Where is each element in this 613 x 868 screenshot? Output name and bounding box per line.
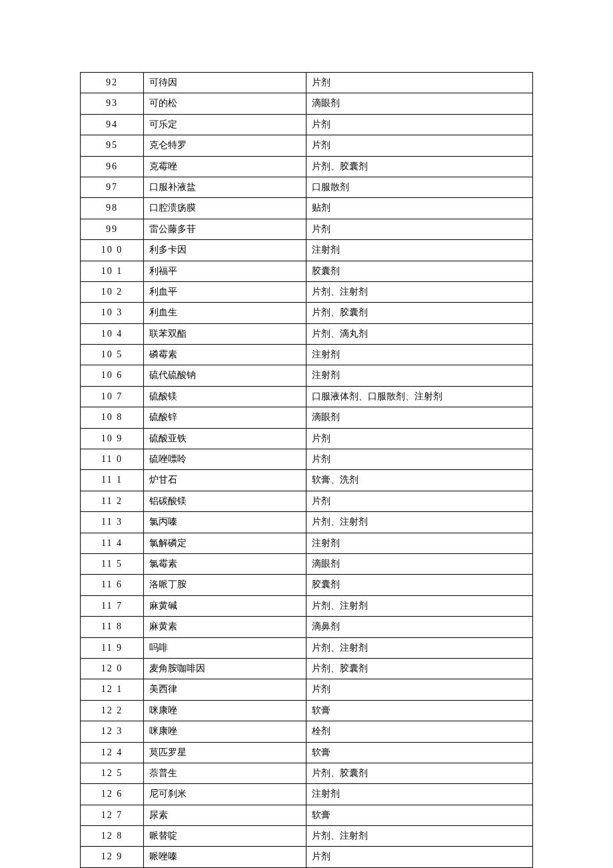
cell-drug-name: 口腔溃疡膜: [144, 198, 306, 219]
table-row: 12 7尿素软膏: [81, 805, 533, 825]
cell-drug-name: 尿素: [144, 805, 306, 825]
cell-number: 12 5: [81, 763, 144, 783]
cell-drug-name: 利多卡因: [144, 240, 306, 261]
table-row: 95克仑特罗片剂: [81, 135, 533, 156]
table-row: 12 6尼可刹米注射剂: [81, 784, 533, 805]
table-row: 98口腔溃疡膜贴剂: [81, 198, 533, 219]
table-row: 12 9哌唑嗪片剂: [81, 847, 533, 867]
cell-drug-name: 雷公藤多苷: [144, 219, 306, 239]
cell-number: 11 1: [81, 470, 144, 491]
table-row: 93可的松滴眼剂: [81, 93, 533, 114]
cell-drug-name: 哌替啶: [144, 826, 306, 847]
cell-dosage-form: 注射剂: [306, 533, 533, 553]
table-row: 10 3利血生片剂、胶囊剂: [81, 303, 533, 323]
table-row: 11 8麻黄素滴鼻剂: [81, 617, 533, 637]
cell-dosage-form: 片剂: [306, 491, 533, 511]
cell-number: 10 3: [81, 303, 144, 323]
cell-number: 96: [81, 156, 144, 177]
cell-dosage-form: 片剂、胶囊剂: [306, 303, 533, 323]
cell-number: 12 0: [81, 658, 144, 679]
cell-dosage-form: 片剂: [306, 135, 533, 156]
table-row: 92可待因片剂: [81, 73, 533, 93]
cell-number: 12 1: [81, 679, 144, 700]
cell-drug-name: 可乐定: [144, 114, 306, 135]
cell-drug-name: 铝碳酸镁: [144, 491, 306, 511]
cell-dosage-form: 注射剂: [306, 784, 533, 805]
cell-dosage-form: 口服液体剂、口服散剂、注射剂: [306, 386, 533, 407]
cell-dosage-form: 片剂: [306, 847, 533, 867]
cell-drug-name: 尼可刹米: [144, 784, 306, 805]
cell-drug-name: 氯解磷定: [144, 533, 306, 553]
table-row: 12 2咪康唑软膏: [81, 700, 533, 721]
table-row: 94可乐定片剂: [81, 114, 533, 135]
cell-number: 94: [81, 114, 144, 135]
cell-drug-name: 氯丙嗪: [144, 512, 306, 533]
cell-number: 10 9: [81, 428, 144, 449]
cell-dosage-form: 片剂: [306, 73, 533, 93]
cell-number: 11 7: [81, 595, 144, 616]
cell-drug-name: 磷霉素: [144, 345, 306, 365]
table-row: 11 5氯霉素滴眼剂: [81, 553, 533, 574]
table-row: 10 2利血平片剂、注射剂: [81, 281, 533, 302]
cell-dosage-form: 软膏: [306, 742, 533, 763]
cell-number: 11 8: [81, 617, 144, 637]
cell-drug-name: 哌唑嗪: [144, 847, 306, 867]
cell-number: 11 0: [81, 449, 144, 470]
cell-number: 11 6: [81, 575, 144, 595]
table-row: 11 6洛哌丁胺胶囊剂: [81, 575, 533, 595]
cell-drug-name: 吗啡: [144, 637, 306, 658]
cell-drug-name: 麻黄素: [144, 617, 306, 637]
cell-drug-name: 利血平: [144, 281, 306, 302]
cell-dosage-form: 栓剂: [306, 721, 533, 742]
cell-drug-name: 利福平: [144, 261, 306, 281]
cell-drug-name: 克霉唑: [144, 156, 306, 177]
cell-number: 10 5: [81, 345, 144, 365]
table-row: 11 9吗啡片剂、注射剂: [81, 637, 533, 658]
cell-drug-name: 口服补液盐: [144, 177, 306, 197]
cell-dosage-form: 片剂: [306, 679, 533, 700]
cell-drug-name: 麻黄碱: [144, 595, 306, 616]
table-row: 10 5磷霉素注射剂: [81, 345, 533, 365]
cell-dosage-form: 片剂、胶囊剂: [306, 763, 533, 783]
cell-drug-name: 美西律: [144, 679, 306, 700]
cell-dosage-form: 片剂: [306, 428, 533, 449]
cell-dosage-form: 滴眼剂: [306, 553, 533, 574]
cell-drug-name: 莫匹罗星: [144, 742, 306, 763]
cell-number: 10 2: [81, 281, 144, 302]
table-row: 10 1利福平胶囊剂: [81, 261, 533, 281]
cell-number: 12 4: [81, 742, 144, 763]
cell-number: 11 2: [81, 491, 144, 511]
cell-number: 99: [81, 219, 144, 239]
cell-dosage-form: 片剂、胶囊剂: [306, 156, 533, 177]
cell-number: 11 4: [81, 533, 144, 553]
cell-number: 10 8: [81, 407, 144, 428]
cell-dosage-form: 片剂、注射剂: [306, 595, 533, 616]
table-row: 12 5萘普生片剂、胶囊剂: [81, 763, 533, 783]
table-row: 10 6硫代硫酸钠注射剂: [81, 365, 533, 386]
cell-drug-name: 氯霉素: [144, 553, 306, 574]
table-row: 10 8硫酸锌滴眼剂: [81, 407, 533, 428]
cell-number: 95: [81, 135, 144, 156]
cell-dosage-form: 片剂: [306, 219, 533, 239]
cell-number: 10 4: [81, 323, 144, 344]
cell-number: 10 7: [81, 386, 144, 407]
cell-dosage-form: 软膏: [306, 700, 533, 721]
cell-drug-name: 可的松: [144, 93, 306, 114]
cell-dosage-form: 片剂、胶囊剂: [306, 658, 533, 679]
table-row: 96克霉唑片剂、胶囊剂: [81, 156, 533, 177]
cell-dosage-form: 片剂、注射剂: [306, 826, 533, 847]
cell-drug-name: 硫酸亚铁: [144, 428, 306, 449]
cell-dosage-form: 片剂: [306, 114, 533, 135]
cell-drug-name: 利血生: [144, 303, 306, 323]
cell-number: 93: [81, 93, 144, 114]
cell-dosage-form: 胶囊剂: [306, 261, 533, 281]
cell-dosage-form: 片剂、注射剂: [306, 512, 533, 533]
cell-drug-name: 炉甘石: [144, 470, 306, 491]
table-row: 12 1美西律片剂: [81, 679, 533, 700]
cell-drug-name: 联苯双酯: [144, 323, 306, 344]
cell-drug-name: 咪康唑: [144, 721, 306, 742]
cell-number: 12 8: [81, 826, 144, 847]
table-row: 10 4联苯双酯片剂、滴丸剂: [81, 323, 533, 344]
cell-dosage-form: 口服散剂: [306, 177, 533, 197]
table-row: 12 0麦角胺咖啡因片剂、胶囊剂: [81, 658, 533, 679]
